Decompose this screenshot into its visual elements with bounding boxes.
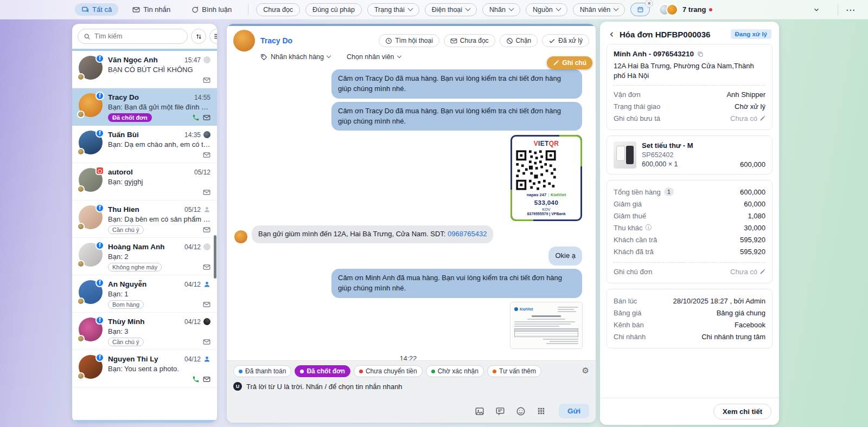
read-status-icon bbox=[203, 243, 210, 250]
page-mini-avatar bbox=[77, 148, 85, 156]
conversation-item[interactable]: An Nguyễn04/12 Bạn: 1 Bom hàng bbox=[72, 275, 217, 313]
top-bar: Tất cả Tin nhắn Bình luận Chưa đọc Đúng … bbox=[0, 0, 868, 20]
conversation-item[interactable]: Nguyen Thi Ly04/12 Bạn: You sent a photo… bbox=[72, 350, 217, 387]
info-icon[interactable] bbox=[642, 223, 652, 232]
pages-selector[interactable]: 7 trang bbox=[652, 4, 830, 16]
conversation-list-panel: Văn Ngọc Anh15:47 BẠN CÓ BÚT CHÌ KHÔNG T… bbox=[72, 24, 217, 423]
filter-syntax[interactable]: Đúng cú pháp bbox=[305, 3, 362, 16]
quick-tag-order-closed[interactable]: Đã chốt đơn bbox=[295, 365, 350, 377]
mail-icon[interactable] bbox=[203, 189, 210, 196]
mark-unread-button[interactable]: Chưa đọc bbox=[444, 34, 495, 47]
chat-contact-name[interactable]: Tracy Do bbox=[260, 36, 292, 45]
facebook-badge-icon bbox=[95, 353, 104, 362]
conversation-item[interactable]: Văn Ngọc Anh15:47 BẠN CÓ BÚT CHÌ KHÔNG bbox=[72, 51, 217, 88]
copy-icon[interactable] bbox=[697, 51, 704, 57]
back-chevron-icon[interactable] bbox=[608, 30, 616, 38]
vietqr-payment-card[interactable]: VIETQR bbox=[510, 135, 582, 221]
person-icon bbox=[203, 281, 210, 288]
more-menu-icon[interactable] bbox=[846, 4, 855, 15]
message-out: Cảm ơn Tracy Do đã mua hàng. Bạn vui lòn… bbox=[331, 69, 582, 99]
mark-done-button[interactable]: Đã xử lý bbox=[542, 34, 589, 47]
mail-icon[interactable] bbox=[203, 226, 210, 234]
facebook-badge-icon bbox=[95, 92, 104, 100]
filter-phone[interactable]: Điện thoại bbox=[425, 3, 477, 16]
conversation-item[interactable]: Tracy Do14:55 Bạn: Bạn đã gửi một file đ… bbox=[72, 88, 217, 126]
product-thumbnail bbox=[614, 141, 636, 169]
conversation-item[interactable]: Hoàng Nam Anh04/12 Bạn: 2 Không nghe máy bbox=[72, 238, 217, 275]
quick-tag-paid[interactable]: Đã thanh toán bbox=[233, 365, 291, 377]
filter-label[interactable]: Nhãn bbox=[482, 3, 520, 16]
filter-unread[interactable]: Chưa đọc bbox=[256, 3, 300, 16]
send-button[interactable]: Gửi bbox=[559, 404, 589, 418]
filter-status[interactable]: Trạng thái bbox=[367, 3, 419, 16]
phone-number-link[interactable]: 0968765432 bbox=[448, 230, 487, 238]
emoji-icon[interactable] bbox=[516, 406, 526, 416]
sold-at-value: 28/10/2025 18:27 , bởi Admin bbox=[673, 297, 765, 305]
staff-select-dropdown[interactable]: Chọn nhân viên bbox=[347, 53, 401, 61]
customer-label-dropdown[interactable]: Nhãn khách hàng bbox=[260, 53, 330, 61]
branch-value: Chi nhánh trung tâm bbox=[701, 333, 765, 341]
quick-tag-consult-more[interactable]: Tư vấn thêm bbox=[487, 365, 541, 377]
order-meta-card: Bán lúc28/10/2025 18:27 , bởi Admin Bảng… bbox=[607, 289, 773, 348]
receipt-image-attachment[interactable]: KiotViet bbox=[510, 302, 582, 348]
mail-icon[interactable] bbox=[203, 301, 210, 308]
avatar bbox=[79, 93, 103, 117]
message-out: Okie ạ bbox=[548, 247, 582, 266]
status-dot bbox=[300, 370, 304, 373]
avatar bbox=[233, 30, 255, 51]
pencil-icon[interactable] bbox=[760, 115, 765, 121]
avatar bbox=[79, 131, 103, 154]
filter-list-button[interactable] bbox=[209, 29, 217, 44]
filter-source[interactable]: Nguồn bbox=[526, 3, 567, 16]
conversation-item[interactable]: Thùy Minh04/12 Bạn: 3 Cần chú ý bbox=[72, 313, 217, 350]
search-input[interactable] bbox=[94, 33, 182, 40]
find-conversation-button[interactable]: Tìm hội thoại bbox=[379, 34, 439, 47]
reply-hint-row[interactable]: Trả lời từ U là trời. Nhấn / để chọn tin… bbox=[233, 382, 589, 391]
customer-name-phone: Minh Anh - 0976543210 bbox=[614, 50, 694, 58]
product-line-total: 600,000 bbox=[740, 160, 765, 169]
apps-grid-icon[interactable] bbox=[537, 406, 546, 416]
gear-icon[interactable] bbox=[582, 366, 589, 376]
block-icon bbox=[506, 37, 513, 44]
message-in: Bạn gửi giùm mình đến 12A, Hai Bà Trưng,… bbox=[234, 225, 493, 243]
product-card: Set tiểu thư - M SP652402 600,000 × 1 60… bbox=[607, 135, 773, 174]
message-out: Cảm ơn Tracy Do đã mua hàng. Bạn vui lòn… bbox=[331, 102, 582, 131]
mail-icon[interactable] bbox=[203, 76, 210, 84]
page-mini-avatar bbox=[77, 111, 85, 118]
note-button[interactable]: Ghi chú bbox=[547, 56, 592, 69]
page-mini-avatar bbox=[77, 223, 85, 230]
phone-icon[interactable] bbox=[192, 376, 200, 383]
status-dot bbox=[493, 370, 496, 373]
sort-button[interactable] bbox=[191, 29, 206, 44]
mail-icon[interactable] bbox=[203, 338, 210, 346]
avatar bbox=[79, 280, 103, 304]
mail-icon[interactable] bbox=[203, 263, 210, 271]
filter-staff[interactable]: Nhân viên bbox=[573, 3, 625, 16]
mail-icon[interactable] bbox=[203, 376, 210, 383]
view-detail-button[interactable]: Xem chi tiết bbox=[713, 404, 771, 419]
chevron-down-icon bbox=[407, 6, 413, 11]
tab-all[interactable]: Tất cả bbox=[75, 3, 118, 16]
tab-comments[interactable]: Bình luận bbox=[184, 3, 238, 16]
scrollbar-thumb[interactable] bbox=[214, 235, 216, 279]
conversation-item[interactable]: Thu Hien05/12 Bạn: Dạ bên em có sản phẩm… bbox=[72, 200, 217, 238]
phone-icon[interactable] bbox=[192, 114, 200, 121]
timestamp: 14:22 bbox=[400, 355, 417, 360]
pencil-icon[interactable] bbox=[760, 269, 765, 275]
date-filter-button[interactable] bbox=[630, 3, 650, 16]
conversation-item[interactable]: autorol05/12 Bạn: gyjghj bbox=[72, 163, 217, 200]
chevron-down-icon bbox=[327, 54, 331, 58]
quick-tag-awaiting-confirm[interactable]: Chờ xác nhận bbox=[426, 365, 484, 377]
page-avatars bbox=[659, 4, 678, 16]
page-mini-avatar bbox=[77, 185, 85, 193]
mail-icon[interactable] bbox=[203, 114, 210, 121]
tab-messages[interactable]: Tin nhắn bbox=[126, 3, 177, 16]
comment-template-icon[interactable] bbox=[495, 406, 505, 416]
read-status-icon bbox=[203, 56, 210, 63]
tag-icon bbox=[260, 54, 267, 61]
mail-icon[interactable] bbox=[203, 151, 210, 159]
conversation-item[interactable]: Tuấn Bùi14:35 Bạn: Dạ em chào anh, em có… bbox=[72, 126, 217, 163]
image-icon[interactable] bbox=[475, 406, 484, 416]
block-button[interactable]: Chặn bbox=[500, 34, 538, 47]
quick-tag-no-transfer[interactable]: Chưa chuyển tiền bbox=[354, 365, 423, 377]
